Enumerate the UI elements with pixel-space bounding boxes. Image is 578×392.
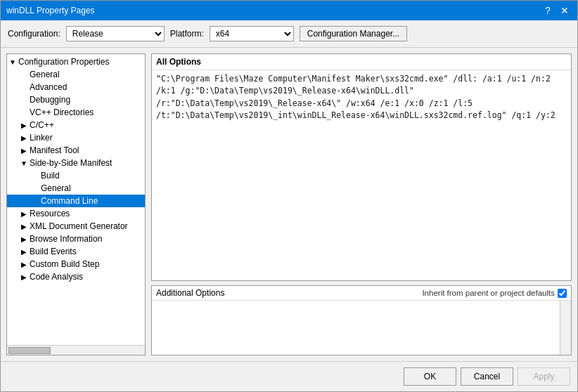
tree-item-vc-dirs[interactable]: VC++ Directories — [7, 106, 145, 119]
close-button[interactable]: ✕ — [558, 4, 572, 18]
platform-label: Platform: — [170, 29, 204, 39]
tree-item-linker[interactable]: ▶ Linker — [7, 131, 145, 144]
tree-item-build[interactable]: Build — [7, 169, 145, 182]
options-content-wrap: "C:\Program Files\Maze Computer\Manifest… — [152, 70, 571, 280]
tree-label-debugging: Debugging — [30, 95, 70, 105]
expand-icon-build-events: ▶ — [18, 248, 30, 256]
tree-item-xml-doc[interactable]: ▶ XML Document Generator — [7, 220, 145, 233]
tree-item-custom-build[interactable]: ▶ Custom Build Step — [7, 258, 145, 270]
tree-item-advanced[interactable]: Advanced — [7, 81, 145, 93]
additional-options-header: Additional Options Inherit from parent o… — [152, 286, 571, 301]
tree-label-side-by-side: Side-by-Side Manifest — [30, 158, 112, 168]
tree-horizontal-scrollbar[interactable] — [7, 345, 145, 355]
all-options-header: All Options — [152, 54, 571, 70]
title-bar-controls: ? ✕ — [541, 4, 572, 18]
tree-label-cpp: C/C++ — [30, 120, 54, 130]
tree-item-manifest-tool[interactable]: ▶ Manifest Tool — [7, 144, 145, 157]
config-label: Configuration: — [8, 29, 60, 39]
tree-label-xml-doc: XML Document Generator — [30, 221, 128, 231]
right-panel: All Options "C:\Program Files\Maze Compu… — [151, 53, 572, 355]
configuration-select[interactable]: Release — [66, 26, 165, 41]
toolbar: Configuration: Release Platform: x64 Con… — [1, 20, 577, 48]
expand-icon-resources: ▶ — [18, 210, 30, 218]
tree-item-debugging[interactable]: Debugging — [7, 93, 145, 106]
tree-label-build: Build — [41, 171, 60, 181]
expand-icon-manifest-tool: ▶ — [18, 147, 30, 155]
tree-label-browse-info: Browse Information — [30, 234, 102, 244]
tree-label-config-props: Configuration Properties — [18, 57, 109, 67]
additional-options-label: Additional Options — [156, 288, 224, 298]
tree-item-side-by-side[interactable]: ▼ Side-by-Side Manifest — [7, 157, 145, 169]
options-text: "C:\Program Files\Maze Computer\Manifest… — [156, 74, 555, 120]
tree-item-command-line[interactable]: Command Line — [7, 195, 145, 207]
expand-icon-code-analysis: ▶ — [18, 273, 30, 281]
expand-icon-custom-build: ▶ — [18, 261, 30, 268]
tree-item-code-analysis[interactable]: ▶ Code Analysis — [7, 270, 145, 283]
expand-icon-config-props: ▼ — [7, 58, 18, 66]
help-button[interactable]: ? — [541, 4, 555, 18]
ok-button[interactable]: OK — [404, 367, 456, 386]
tree-hscroll-thumb[interactable] — [8, 347, 51, 354]
expand-icon-xml-doc: ▶ — [18, 223, 30, 230]
apply-button[interactable]: Apply — [518, 367, 570, 386]
additional-content[interactable] — [152, 301, 571, 355]
bottom-bar: OK Cancel Apply — [1, 361, 577, 391]
additional-options-box: Additional Options Inherit from parent o… — [151, 285, 572, 355]
tree-item-cpp[interactable]: ▶ C/C++ — [7, 119, 145, 131]
inherit-checkbox[interactable] — [558, 289, 567, 298]
tree-label-general2: General — [41, 183, 71, 193]
tree-item-general[interactable]: General — [7, 68, 145, 81]
tree-label-vc-dirs: VC++ Directories — [30, 107, 94, 117]
main-window: winDLL Property Pages ? ✕ Configuration:… — [0, 0, 578, 392]
tree-label-resources: Resources — [30, 209, 70, 218]
tree-label-manifest-tool: Manifest Tool — [30, 145, 79, 155]
tree-item-browse-info[interactable]: ▶ Browse Information — [7, 233, 145, 245]
expand-icon-cpp: ▶ — [18, 122, 30, 129]
tree-label-build-events: Build Events — [30, 247, 77, 256]
main-content: ▼ Configuration Properties General Advan… — [1, 48, 577, 361]
tree-item-general2[interactable]: General — [7, 182, 145, 195]
tree-label-linker: Linker — [30, 133, 53, 143]
tree-label-code-analysis: Code Analysis — [30, 272, 83, 282]
tree-label-general: General — [30, 70, 60, 79]
tree-item-config-props[interactable]: ▼ Configuration Properties — [7, 55, 145, 68]
expand-icon-side-by-side: ▼ — [18, 159, 30, 167]
options-content[interactable]: "C:\Program Files\Maze Computer\Manifest… — [152, 70, 571, 280]
tree-label-command-line: Command Line — [41, 196, 98, 206]
tree-label-custom-build: Custom Build Step — [30, 259, 99, 269]
title-bar: winDLL Property Pages ? ✕ — [1, 1, 577, 20]
expand-icon-browse-info: ▶ — [18, 235, 30, 243]
inherit-container: Inherit from parent or project defaults — [422, 289, 567, 298]
configuration-manager-button[interactable]: Configuration Manager... — [300, 26, 407, 41]
expand-icon-linker: ▶ — [18, 134, 30, 142]
tree-item-resources[interactable]: ▶ Resources — [7, 207, 145, 220]
tree-content: ▼ Configuration Properties General Advan… — [7, 54, 145, 345]
inherit-label: Inherit from parent or project defaults — [422, 289, 555, 297]
cancel-button[interactable]: Cancel — [461, 367, 513, 386]
platform-select[interactable]: x64 — [210, 26, 294, 41]
window-title: winDLL Property Pages — [6, 6, 95, 15]
all-options-box: All Options "C:\Program Files\Maze Compu… — [151, 53, 572, 281]
tree-item-build-events[interactable]: ▶ Build Events — [7, 245, 145, 258]
additional-scrollbar[interactable] — [560, 301, 571, 355]
tree-label-advanced: Advanced — [30, 82, 67, 92]
tree-panel: ▼ Configuration Properties General Advan… — [6, 53, 146, 355]
